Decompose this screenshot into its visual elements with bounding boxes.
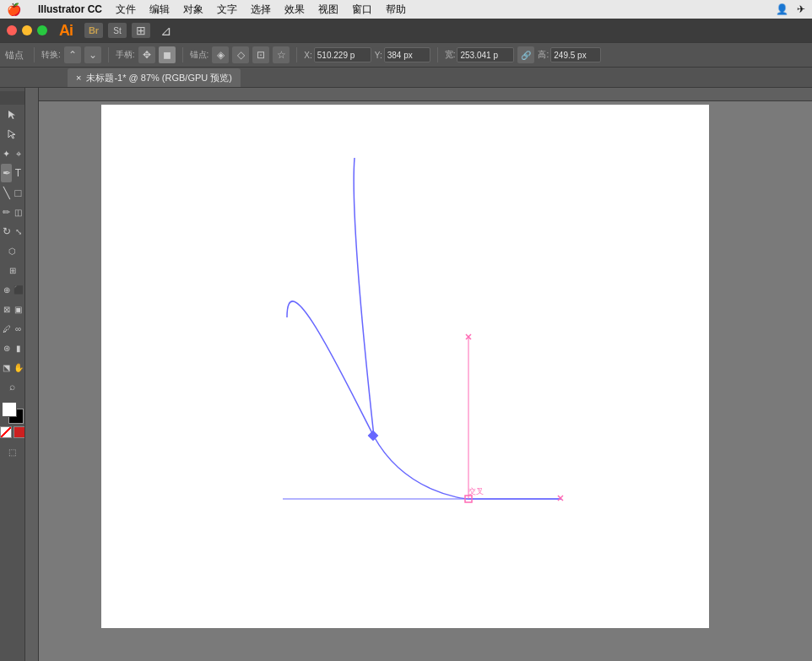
drawing-canvas[interactable]: 交叉 xyxy=(101,105,709,628)
handle-label: 手柄: xyxy=(116,49,135,61)
slice-hand-pair: ⬔ ✋ xyxy=(0,358,24,377)
anchor-btn4[interactable]: ☆ xyxy=(273,46,290,63)
menu-window[interactable]: 窗口 xyxy=(352,3,372,17)
change-screen-mode[interactable]: ⬚ xyxy=(2,442,24,461)
sep4 xyxy=(296,47,297,62)
menu-select[interactable]: 选择 xyxy=(251,3,271,17)
shape-builder-tool[interactable]: ⊕ xyxy=(1,280,12,299)
convert-label: 转换: xyxy=(41,49,61,61)
color-swatches xyxy=(2,402,24,424)
y-label: Y: xyxy=(375,51,382,60)
x-coord: X: xyxy=(304,47,371,62)
pen-type-pair: ✒ T xyxy=(0,164,24,182)
rotate-scale-pair: ↻ ⤡ xyxy=(0,222,24,241)
svg-text:交叉: 交叉 xyxy=(468,487,484,496)
puppet-warp-tool[interactable]: ⬡ xyxy=(2,241,24,260)
magic-wand-tool[interactable]: ✦ xyxy=(1,144,12,163)
slice-tool[interactable]: ⬔ xyxy=(1,358,12,377)
ruler-corner xyxy=(0,91,24,105)
anchor-btn2[interactable]: ◇ xyxy=(232,46,249,63)
gradient-tool[interactable]: ▣ xyxy=(13,300,24,318)
sep1 xyxy=(34,47,35,62)
anchor-btn1[interactable]: ◈ xyxy=(212,46,229,63)
pen-tool[interactable]: ✒ xyxy=(1,164,12,182)
x-input[interactable] xyxy=(314,47,371,62)
pencil-tool[interactable]: ✏ xyxy=(1,203,12,221)
y-input[interactable] xyxy=(384,47,430,62)
anchor-btn3[interactable]: ⊡ xyxy=(252,46,269,63)
perspective-tool[interactable]: ⬛ xyxy=(13,280,24,299)
h-coord: 高: xyxy=(538,47,601,62)
rectangle-tool[interactable]: □ xyxy=(13,183,24,202)
wand-lasso-pair: ✦ ⌖ xyxy=(0,144,24,163)
symbol-spray-tool[interactable]: ⊛ xyxy=(1,339,12,357)
swatch-row xyxy=(0,426,25,438)
ai-logo: Ai xyxy=(59,22,73,40)
menu-help[interactable]: 帮助 xyxy=(386,3,406,17)
blend-tool[interactable]: ∞ xyxy=(13,319,24,338)
close-button[interactable] xyxy=(7,25,17,35)
addon-icons: Br St ⊞ xyxy=(84,23,150,38)
lock-aspect-btn[interactable]: 🔗 xyxy=(517,46,534,63)
w-coord: 宽: xyxy=(445,47,515,62)
svg-rect-0 xyxy=(25,88,812,101)
workspace-icon[interactable]: ⊞ xyxy=(132,23,150,38)
handle-btn1[interactable]: ✥ xyxy=(138,46,155,63)
mesh-gradient-pair: ⊠ ▣ xyxy=(0,300,24,318)
convert-btn1[interactable]: ⌃ xyxy=(64,46,81,63)
toolbar: ✦ ⌖ ✒ T ╲ □ ✏ ◫ ↻ ⤡ ⬡ ⊞ ⊕ ⬛ ⊠ ▣ xyxy=(0,88,25,661)
menu-file[interactable]: 文件 xyxy=(116,3,136,17)
user-icon[interactable]: 👤 xyxy=(776,3,788,15)
tab-bar: × 未标题-1* @ 87% (RGB/GPU 预览) xyxy=(0,68,812,88)
menu-object[interactable]: 对象 xyxy=(183,3,203,17)
handle-btn2[interactable]: ◼ xyxy=(159,46,176,63)
pencil-eraser-pair: ✏ ◫ xyxy=(0,203,24,221)
line-tool[interactable]: ╲ xyxy=(1,183,12,202)
scale-tool[interactable]: ⤡ xyxy=(13,222,24,241)
free-transform-tool[interactable]: ⊞ xyxy=(2,261,24,279)
zoom-tool[interactable]: ⌕ xyxy=(2,377,24,396)
w-input[interactable] xyxy=(457,47,514,62)
apple-menu[interactable]: 🍎 xyxy=(7,3,21,16)
menu-type[interactable]: 文字 xyxy=(217,3,237,17)
menubar-right-icons: 👤 ✈ xyxy=(776,3,805,15)
document-tab[interactable]: × 未标题-1* @ 87% (RGB/GPU 预览) xyxy=(68,68,241,87)
foreground-color[interactable] xyxy=(2,402,17,417)
arrow-icon[interactable]: ⊿ xyxy=(160,23,171,39)
stock-icon[interactable]: St xyxy=(108,23,127,38)
tab-title: 未标题-1* @ 87% (RGB/GPU 预览) xyxy=(86,72,232,84)
horizontal-ruler: // Rendered via JS below xyxy=(25,88,812,101)
window-chrome: Ai Br St ⊞ ⊿ xyxy=(0,19,812,42)
canvas-area[interactable]: // Rendered via JS below xyxy=(25,88,812,661)
menu-effect[interactable]: 效果 xyxy=(284,3,305,17)
bridge-icon[interactable]: Br xyxy=(84,23,103,38)
maximize-button[interactable] xyxy=(37,25,47,35)
menu-edit[interactable]: 编辑 xyxy=(149,3,170,17)
no-color-swatch[interactable] xyxy=(0,426,12,438)
app-name: Illustrator CC xyxy=(38,3,102,15)
w-label: 宽: xyxy=(445,49,456,61)
chart-tool[interactable]: ▮ xyxy=(13,339,24,357)
control-bar: 锚点 转换: ⌃ ⌄ 手柄: ✥ ◼ 锚点: ◈ ◇ ⊡ ☆ X: Y: 宽: … xyxy=(0,42,812,68)
convert-btn2[interactable]: ⌄ xyxy=(84,46,101,63)
type-tool[interactable]: T xyxy=(13,164,24,182)
hand-tool[interactable]: ✋ xyxy=(13,358,24,377)
y-coord: Y: xyxy=(375,47,430,62)
tab-close[interactable]: × xyxy=(76,73,81,83)
symbol-chart-pair: ⊛ ▮ xyxy=(0,339,24,357)
h-input[interactable] xyxy=(550,47,601,62)
svg-rect-1 xyxy=(25,88,39,661)
anchor-label: 锚点 xyxy=(5,49,24,62)
menu-view[interactable]: 视图 xyxy=(318,3,338,17)
color-swatch[interactable] xyxy=(14,426,25,438)
selection-tool[interactable] xyxy=(2,106,24,124)
share-icon[interactable]: ✈ xyxy=(797,3,805,15)
eyedropper-tool[interactable]: 🖊 xyxy=(1,319,12,338)
minimize-button[interactable] xyxy=(22,25,32,35)
direct-selection-tool[interactable] xyxy=(2,125,24,144)
lasso-tool[interactable]: ⌖ xyxy=(13,144,24,163)
rotate-tool[interactable]: ↻ xyxy=(1,222,12,241)
eraser-tool[interactable]: ◫ xyxy=(13,203,24,221)
sep2 xyxy=(108,47,109,62)
mesh-tool[interactable]: ⊠ xyxy=(1,300,12,318)
